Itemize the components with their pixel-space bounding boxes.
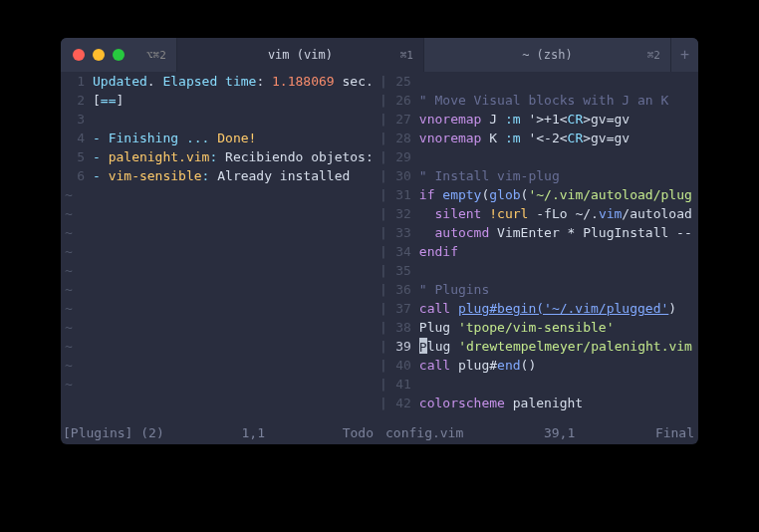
code-text: " Plugins bbox=[419, 280, 698, 299]
code-line: 26" Move Visual blocks with J an K bbox=[387, 91, 698, 110]
line-number: 41 bbox=[387, 375, 419, 394]
empty-line: ~ bbox=[61, 261, 380, 280]
traffic-lights bbox=[61, 38, 136, 72]
code-text: - palenight.vim: Recibiendo objetos: bbox=[93, 147, 380, 166]
code-text: autocmd VimEnter * PlugInstall -- bbox=[419, 223, 698, 242]
line-number: 38 bbox=[387, 318, 419, 337]
tab-shortcut: ⌘2 bbox=[647, 49, 660, 62]
code-text: colorscheme palenight bbox=[419, 394, 698, 412]
code-line: 36" Plugins bbox=[387, 280, 698, 299]
line-number: 35 bbox=[387, 261, 419, 280]
code-text: endif bbox=[419, 242, 698, 261]
code-text: Plug 'tpope/vim-sensible' bbox=[419, 318, 698, 337]
code-text bbox=[419, 261, 698, 280]
terminal-window: ⌥⌘2 vim (vim) ⌘1 ~ (zsh) ⌘2 + 1Updated. … bbox=[61, 38, 698, 444]
titlebar: ⌥⌘2 vim (vim) ⌘1 ~ (zsh) ⌘2 + bbox=[61, 38, 698, 72]
status-filename-right: config.vim bbox=[385, 425, 463, 444]
status-filename-left: [Plugins] (2) bbox=[63, 425, 164, 444]
editor-content: 1Updated. Elapsed time: 1.188069 sec.2[=… bbox=[61, 72, 698, 425]
line-number: 40 bbox=[387, 356, 419, 375]
tab-label: vim (vim) bbox=[177, 48, 423, 62]
zoom-icon[interactable] bbox=[113, 49, 125, 61]
tab-label: ~ (zsh) bbox=[424, 48, 670, 62]
code-text bbox=[419, 375, 698, 394]
line-number: 3 bbox=[61, 110, 93, 129]
line-number: 42 bbox=[387, 394, 419, 412]
new-tab-button[interactable]: + bbox=[670, 38, 698, 72]
code-line: 25 bbox=[387, 72, 698, 91]
code-line: 1Updated. Elapsed time: 1.188069 sec. bbox=[61, 72, 380, 91]
code-line: 39Plug 'drewtempelmeyer/palenight.vim bbox=[387, 337, 698, 356]
line-number: 30 bbox=[387, 166, 419, 185]
empty-line: ~ bbox=[61, 299, 380, 318]
minimize-icon[interactable] bbox=[93, 49, 105, 61]
code-text: call plug#end() bbox=[419, 356, 698, 375]
line-number: 1 bbox=[61, 72, 93, 91]
status-bar: [Plugins] (2) 1,1 Todo config.vim 39,1 F… bbox=[61, 425, 698, 444]
code-text: vnoremap J :m '>+1<CR>gv=gv bbox=[419, 110, 698, 129]
empty-line: ~ bbox=[61, 242, 380, 261]
line-number: 6 bbox=[61, 166, 93, 185]
code-text: " Move Visual blocks with J an K bbox=[419, 91, 698, 110]
line-number: 4 bbox=[61, 129, 93, 147]
code-text: - Finishing ... Done! bbox=[93, 129, 380, 147]
line-number: 29 bbox=[387, 147, 419, 166]
code-line: 34endif bbox=[387, 242, 698, 261]
line-number: 31 bbox=[387, 185, 419, 204]
code-text bbox=[93, 110, 380, 129]
code-text: Plug 'drewtempelmeyer/palenight.vim bbox=[419, 337, 698, 356]
code-line: 2[==] bbox=[61, 91, 380, 110]
code-line: 33 autocmd VimEnter * PlugInstall -- bbox=[387, 223, 698, 242]
code-text: if empty(glob('~/.vim/autoload/plug bbox=[419, 185, 698, 204]
close-icon[interactable] bbox=[73, 49, 85, 61]
code-line: 5- palenight.vim: Recibiendo objetos: bbox=[61, 147, 380, 166]
status-mode-left: Todo bbox=[343, 425, 380, 444]
code-text: [==] bbox=[93, 91, 380, 110]
line-number: 26 bbox=[387, 91, 419, 110]
code-text: - vim-sensible: Already installed bbox=[93, 166, 380, 185]
status-pos-left: 1,1 bbox=[241, 425, 264, 444]
code-line: 27vnoremap J :m '>+1<CR>gv=gv bbox=[387, 110, 698, 129]
titlebar-shortcut-left: ⌥⌘2 bbox=[136, 38, 176, 72]
code-line: 31if empty(glob('~/.vim/autoload/plug bbox=[387, 185, 698, 204]
code-line: 29 bbox=[387, 147, 698, 166]
empty-line: ~ bbox=[61, 280, 380, 299]
code-text: " Install vim-plug bbox=[419, 166, 698, 185]
status-mode-right: Final bbox=[655, 425, 698, 444]
code-line: 28vnoremap K :m '<-2<CR>gv=gv bbox=[387, 129, 698, 147]
code-line: 4- Finishing ... Done! bbox=[61, 129, 380, 147]
code-text: call plug#begin('~/.vim/plugged') bbox=[419, 299, 698, 318]
code-text: vnoremap K :m '<-2<CR>gv=gv bbox=[419, 129, 698, 147]
cursor: P bbox=[419, 338, 427, 354]
code-text bbox=[419, 72, 698, 91]
empty-line: ~ bbox=[61, 375, 380, 394]
code-text: silent !curl -fLo ~/.vim/autoload bbox=[419, 204, 698, 223]
status-pos-right: 39,1 bbox=[544, 425, 575, 444]
code-line: 40call plug#end() bbox=[387, 356, 698, 375]
line-number: 39 bbox=[387, 337, 419, 356]
split-divider[interactable]: |||||||||||||||||| bbox=[380, 72, 387, 425]
left-pane-plugins[interactable]: 1Updated. Elapsed time: 1.188069 sec.2[=… bbox=[61, 72, 380, 425]
code-line: 38Plug 'tpope/vim-sensible' bbox=[387, 318, 698, 337]
empty-line: ~ bbox=[61, 204, 380, 223]
tab-zsh[interactable]: ~ (zsh) ⌘2 bbox=[423, 38, 670, 72]
empty-line: ~ bbox=[61, 337, 380, 356]
code-line: 3 bbox=[61, 110, 380, 129]
line-number: 2 bbox=[61, 91, 93, 110]
empty-line: ~ bbox=[61, 185, 380, 204]
right-pane-config[interactable]: 2526" Move Visual blocks with J an K27vn… bbox=[387, 72, 698, 425]
empty-line: ~ bbox=[61, 223, 380, 242]
line-number: 32 bbox=[387, 204, 419, 223]
tab-shortcut: ⌘1 bbox=[400, 49, 413, 62]
code-text bbox=[419, 147, 698, 166]
tab-vim[interactable]: vim (vim) ⌘1 bbox=[176, 38, 423, 72]
code-text: Updated. Elapsed time: 1.188069 sec. bbox=[93, 72, 380, 91]
code-line: 42colorscheme palenight bbox=[387, 394, 698, 412]
line-number: 34 bbox=[387, 242, 419, 261]
line-number: 27 bbox=[387, 110, 419, 129]
code-line: 35 bbox=[387, 261, 698, 280]
code-line: 37call plug#begin('~/.vim/plugged') bbox=[387, 299, 698, 318]
empty-line: ~ bbox=[61, 356, 380, 375]
line-number: 25 bbox=[387, 72, 419, 91]
line-number: 28 bbox=[387, 129, 419, 147]
